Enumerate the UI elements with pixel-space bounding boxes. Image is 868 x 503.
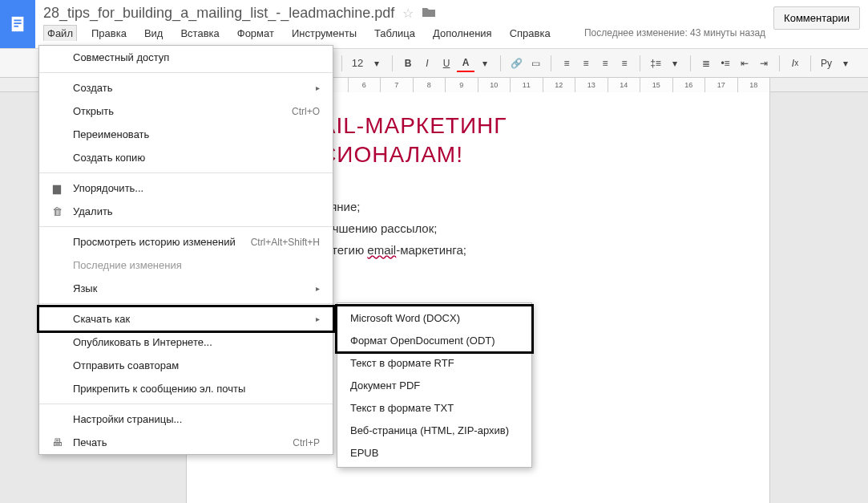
file-menu-dropdown: Совместный доступ Создать▸ ОткрытьCtrl+O… <box>38 45 333 455</box>
menu-tools[interactable]: Инструменты <box>289 26 360 41</box>
text-color-button[interactable]: A <box>457 55 474 72</box>
text-color-dropdown-icon[interactable]: ▾ <box>476 55 494 72</box>
indent-button[interactable]: ⇥ <box>755 55 773 72</box>
menu-item-share[interactable]: Совместный доступ <box>39 46 333 69</box>
submenu-arrow-icon: ▸ <box>316 284 320 293</box>
submenu-item-rtf[interactable]: Текст в формате RTF <box>337 351 531 374</box>
header: 28_tips_for_building_a_mailing_list_-_le… <box>0 0 868 49</box>
header-main: 28_tips_for_building_a_mailing_list_-_le… <box>35 0 773 41</box>
ruler-tick: 14 <box>608 78 641 92</box>
submenu-item-txt[interactable]: Текст в формате TXT <box>337 396 531 419</box>
menu-item-open[interactable]: ОткрытьCtrl+O <box>39 99 333 123</box>
menu-item-copy[interactable]: Создать копию <box>39 146 333 169</box>
menu-item-recent: Последние изменения <box>39 254 333 277</box>
menu-item-share-authors[interactable]: Отправить соавторам <box>39 354 333 377</box>
menu-item-delete[interactable]: 🗑Удалить <box>39 200 333 223</box>
document-title[interactable]: 28_tips_for_building_a_mailing_list_-_le… <box>43 5 394 22</box>
menu-item-create[interactable]: Создать▸ <box>39 76 333 99</box>
submenu-item-odt[interactable]: Формат OpenDocument (ODT) <box>337 329 531 351</box>
submenu-arrow-icon: ▸ <box>316 83 320 92</box>
document-icon <box>9 14 26 34</box>
ruler-tick: 13 <box>575 78 608 92</box>
submenu-highlight-box: Microsoft Word (DOCX) Формат OpenDocumen… <box>337 306 531 351</box>
menu-view[interactable]: Вид <box>141 26 167 41</box>
underline-button[interactable]: U <box>438 55 455 72</box>
align-left-button[interactable]: ≡ <box>558 55 575 72</box>
folder-icon[interactable] <box>422 6 436 20</box>
download-as-submenu: Microsoft Word (DOCX) Формат OpenDocumen… <box>337 302 532 468</box>
line-spacing-button[interactable]: ‡≡ <box>647 55 664 72</box>
line-spacing-dropdown-icon[interactable]: ▾ <box>666 55 684 72</box>
ruler-tick: 11 <box>511 78 543 92</box>
align-right-button[interactable]: ≡ <box>596 55 614 72</box>
link-button[interactable]: 🔗 <box>507 55 525 72</box>
comment-button[interactable]: ▭ <box>527 55 544 72</box>
menu-item-publish[interactable]: Опубликовать в Интернете... <box>39 331 333 354</box>
italic-button[interactable]: I <box>418 55 436 72</box>
ruler-tick: 6 <box>349 78 382 92</box>
trash-icon: 🗑 <box>50 205 63 217</box>
menu-item-download-as[interactable]: Скачать как▸ <box>39 307 333 331</box>
outdent-button[interactable]: ⇤ <box>736 55 753 72</box>
menu-item-print[interactable]: 🖶ПечатьCtrl+P <box>39 431 333 454</box>
submenu-item-docx[interactable]: Microsoft Word (DOCX) <box>337 306 531 329</box>
ruler-tick: 9 <box>446 78 478 92</box>
bold-button[interactable]: B <box>399 55 417 72</box>
menu-edit[interactable]: Правка <box>88 26 130 41</box>
font-size[interactable]: 12 <box>349 55 366 72</box>
menu-item-attach[interactable]: Прикрепить к сообщению эл. почты <box>39 377 333 400</box>
menu-bar: Файл Правка Вид Вставка Формат Инструмен… <box>43 22 765 41</box>
ruler-tick: 7 <box>381 78 414 92</box>
menu-item-organize[interactable]: ▆Упорядочить... <box>39 176 333 200</box>
submenu-arrow-icon: ▸ <box>316 314 320 323</box>
last-change-label: Последнее изменение: 43 минуты назад <box>584 27 765 39</box>
comments-button[interactable]: Комментарии <box>773 6 860 30</box>
menu-table[interactable]: Таблица <box>371 26 418 41</box>
numbered-list-button[interactable]: ≣ <box>697 55 715 72</box>
menu-insert[interactable]: Вставка <box>177 26 222 41</box>
submenu-item-html[interactable]: Веб-страница (HTML, ZIP-архив) <box>337 419 531 441</box>
font-size-dropdown-icon[interactable]: ▾ <box>368 55 386 72</box>
print-icon: 🖶 <box>50 436 63 448</box>
ruler-tick: 15 <box>640 78 673 92</box>
ruler-tick: 12 <box>543 78 576 92</box>
ruler-tick: 10 <box>478 78 511 92</box>
submenu-item-epub[interactable]: EPUB <box>337 441 531 464</box>
spellcheck-dropdown-icon[interactable]: ▾ <box>837 55 854 72</box>
menu-item-page-setup[interactable]: Настройки страницы... <box>39 408 333 431</box>
menu-item-history[interactable]: Просмотреть историю измененийCtrl+Alt+Sh… <box>39 230 333 254</box>
folder-icon: ▆ <box>50 182 63 194</box>
ruler-tick: 16 <box>673 78 706 92</box>
align-center-button[interactable]: ≡ <box>577 55 595 72</box>
menu-addons[interactable]: Дополнения <box>430 26 495 41</box>
svg-rect-2 <box>14 22 21 24</box>
ruler-tick: 8 <box>414 78 446 92</box>
menu-format[interactable]: Формат <box>234 26 277 41</box>
svg-rect-1 <box>14 20 21 22</box>
svg-rect-3 <box>14 26 18 27</box>
menu-file[interactable]: Файл <box>43 25 77 41</box>
docs-logo[interactable] <box>0 0 35 48</box>
star-icon[interactable]: ☆ <box>402 6 414 21</box>
menu-item-language[interactable]: Язык▸ <box>39 277 333 300</box>
menu-item-rename[interactable]: Переименовать <box>39 123 333 146</box>
ruler-tick: 18 <box>738 78 771 92</box>
spellcheck-button[interactable]: Ру <box>818 55 835 72</box>
clear-format-button[interactable]: Ix <box>786 55 804 72</box>
align-justify-button[interactable]: ≡ <box>616 55 633 72</box>
bulleted-list-button[interactable]: •≡ <box>717 55 734 72</box>
menu-help[interactable]: Справка <box>507 26 554 41</box>
ruler-tick: 17 <box>705 78 738 92</box>
submenu-item-pdf[interactable]: Документ PDF <box>337 374 531 396</box>
